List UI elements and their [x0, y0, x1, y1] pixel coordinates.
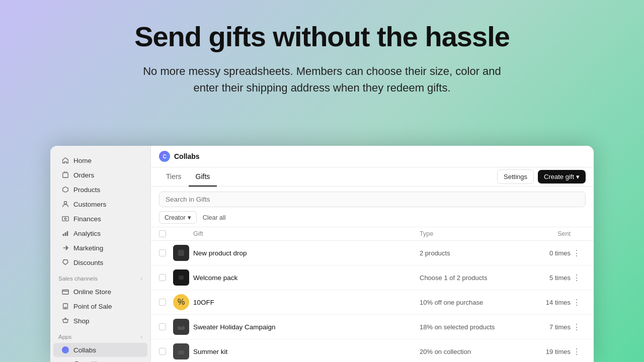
row-checkbox-4[interactable] [159, 323, 173, 330]
svg-rect-13 [179, 276, 184, 280]
online-store-icon [61, 288, 69, 296]
sidebar-label-products: Products [73, 186, 100, 194]
svg-rect-4 [63, 234, 64, 236]
sidebar-label-collabs: Collabs [73, 346, 96, 354]
sidebar-label-home: Home [73, 157, 92, 164]
sales-channels-label: Sales channels [58, 276, 98, 282]
more-button-5[interactable]: ⋮ [571, 346, 583, 357]
row-checkbox-1[interactable] [159, 249, 173, 256]
filter-row: Creator ▾ Clear all [159, 211, 586, 224]
row-more-2[interactable]: ⋮ [571, 272, 586, 284]
sidebar-label-pos: Point of Sale [73, 303, 112, 310]
gift-thumbnail-4 [173, 319, 189, 335]
svg-rect-8 [63, 304, 68, 309]
row-thumb-2 [173, 269, 193, 286]
gift-name-4: Sweater Holiday Campaign [193, 323, 420, 331]
create-gift-arrow: ▾ [576, 173, 580, 180]
sales-channels-section[interactable]: Sales channels › [50, 270, 150, 284]
hero-subtitle: No more messy spreadsheets. Members can … [131, 63, 513, 96]
clear-all-button[interactable]: Clear all [201, 212, 228, 223]
sidebar-item-marketing[interactable]: Marketing [53, 241, 147, 255]
row-thumb-5 [173, 343, 193, 359]
header-actions-col [571, 230, 586, 237]
table-header: Gift Type Sent [151, 227, 594, 241]
sidebar-item-discounts[interactable]: Discounts [53, 255, 147, 269]
sidebar-item-finances[interactable]: Finances [53, 212, 147, 226]
row-checkbox-2[interactable] [159, 274, 173, 281]
products-icon [61, 186, 69, 194]
creator-filter-button[interactable]: Creator ▾ [159, 211, 197, 224]
gifts-table: Gift Type Sent New product drop 2 produc… [151, 227, 594, 362]
row-checkbox-3[interactable] [159, 299, 173, 306]
table-row: Sweater Holiday Campaign 18% on selected… [151, 315, 594, 339]
header-sent-col: Sent [520, 230, 571, 237]
sidebar-item-collabs[interactable]: Collabs [53, 343, 147, 357]
row-more-4[interactable]: ⋮ [571, 321, 586, 333]
svg-point-1 [64, 202, 66, 204]
table-row: New product drop 2 products 0 times ⋮ [151, 241, 594, 265]
svg-rect-16 [178, 350, 184, 354]
discounts-icon [61, 258, 69, 266]
more-button-4[interactable]: ⋮ [571, 321, 583, 333]
search-input[interactable] [159, 192, 586, 207]
svg-rect-0 [63, 173, 68, 178]
sidebar-item-orders[interactable]: Orders [53, 168, 147, 182]
gift-sent-3: 14 times [520, 299, 571, 306]
create-gift-label: Create gift [544, 173, 574, 180]
gift-type-3: 10% off one purchase [420, 299, 520, 306]
svg-rect-9 [64, 307, 66, 308]
gift-sent-1: 0 times [520, 249, 571, 257]
sidebar-item-recruiting[interactable]: Recruiting [53, 357, 147, 362]
sidebar-item-analytics[interactable]: Analytics [53, 226, 147, 240]
svg-rect-7 [62, 290, 68, 295]
sidebar-item-point-of-sale[interactable]: Point of Sale [53, 299, 147, 313]
row-more-3[interactable]: ⋮ [571, 297, 586, 308]
sidebar-item-home[interactable]: Home [53, 153, 147, 167]
gift-type-1: 2 products [420, 249, 520, 257]
header-type-col: Type [420, 230, 520, 237]
more-button-1[interactable]: ⋮ [571, 247, 583, 259]
sales-channels-arrow: › [140, 275, 142, 282]
row-checkbox-5[interactable] [159, 348, 173, 355]
hero-section: Send gifts without the hassle No more me… [0, 0, 644, 106]
svg-rect-11 [178, 250, 184, 256]
row-more-5[interactable]: ⋮ [571, 346, 586, 357]
row-thumb-3: % [173, 294, 193, 310]
settings-button[interactable]: Settings [497, 169, 534, 184]
sidebar-item-online-store[interactable]: Online Store [53, 285, 147, 299]
sidebar-item-customers[interactable]: Customers [53, 197, 147, 211]
table-row: Summer kit 20% on collection 19 times ⋮ [151, 339, 594, 362]
row-more-1[interactable]: ⋮ [571, 247, 586, 259]
tab-gifts[interactable]: Gifts [189, 167, 217, 187]
orders-icon [61, 171, 69, 179]
gift-sent-2: 5 times [520, 274, 571, 282]
more-button-2[interactable]: ⋮ [571, 272, 583, 284]
pos-icon [61, 302, 69, 310]
apps-section[interactable]: Apps › [50, 328, 150, 342]
sidebar-item-shop[interactable]: Shop [53, 314, 147, 328]
tabs-actions: Settings Create gift ▾ [497, 169, 586, 184]
gift-type-2: Choose 1 of 2 products [420, 274, 520, 282]
gift-name-3: 10OFF [193, 299, 420, 306]
tabs-row: Tiers Gifts Settings Create gift ▾ [151, 167, 594, 187]
main-content: C Collabs Tiers Gifts Settings Create gi… [151, 146, 594, 362]
sidebar-label-finances: Finances [73, 215, 101, 223]
row-thumb-4 [173, 319, 193, 335]
header-checkbox-col [159, 230, 173, 237]
gift-thumbnail-2 [173, 269, 189, 286]
sidebar-item-products[interactable]: Products [53, 183, 147, 197]
home-icon [61, 156, 69, 164]
sidebar-label-discounts: Discounts [73, 259, 103, 266]
topbar-title: Collabs [174, 152, 200, 160]
shop-icon [61, 317, 69, 325]
tabs-container: Tiers Gifts [159, 167, 217, 186]
tab-tiers[interactable]: Tiers [159, 167, 189, 187]
sidebar-label-customers: Customers [73, 201, 106, 208]
header-thumb-col [173, 230, 193, 237]
creator-filter-label: Creator [165, 214, 186, 221]
more-button-3[interactable]: ⋮ [571, 297, 583, 308]
create-gift-button[interactable]: Create gift ▾ [538, 170, 586, 184]
gift-type-4: 18% on selected products [420, 323, 520, 331]
select-all-checkbox[interactable] [159, 230, 166, 237]
creator-filter-arrow: ▾ [188, 214, 191, 221]
